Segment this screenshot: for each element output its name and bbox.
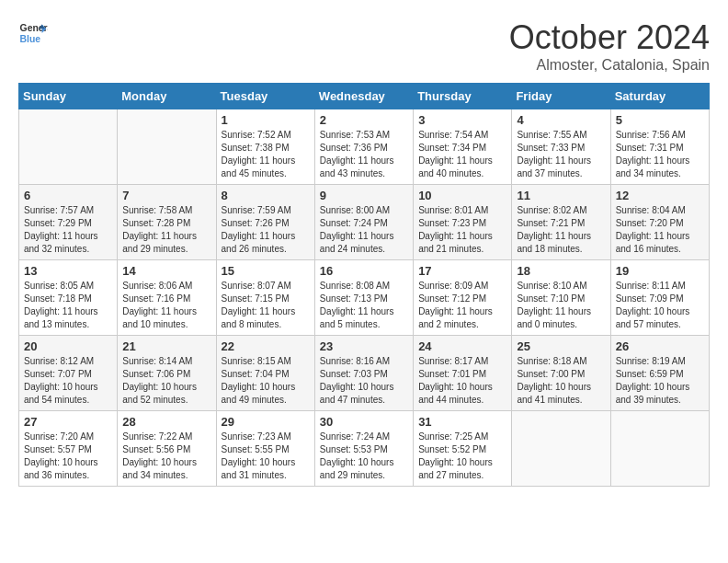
- calendar-cell: 20Sunrise: 8:12 AMSunset: 7:07 PMDayligh…: [19, 336, 118, 411]
- calendar-cell: 29Sunrise: 7:23 AMSunset: 5:55 PMDayligh…: [216, 411, 314, 487]
- day-number: 8: [222, 189, 310, 202]
- day-info: Sunrise: 7:59 AMSunset: 7:26 PMDaylight:…: [222, 204, 310, 256]
- day-number: 5: [616, 113, 704, 127]
- calendar-cell: 9Sunrise: 8:00 AMSunset: 7:24 PMDaylight…: [314, 185, 413, 260]
- day-info: Sunrise: 7:20 AMSunset: 5:57 PMDaylight:…: [24, 431, 112, 482]
- day-info: Sunrise: 8:08 AMSunset: 7:13 PMDaylight:…: [320, 280, 408, 331]
- day-number: 9: [320, 189, 408, 202]
- day-number: 12: [616, 189, 704, 202]
- weekday-monday: Monday: [118, 84, 216, 109]
- weekday-header-row: SundayMondayTuesdayWednesdayThursdayFrid…: [19, 84, 710, 109]
- svg-text:Blue: Blue: [20, 34, 41, 44]
- calendar-cell: 18Sunrise: 8:10 AMSunset: 7:10 PMDayligh…: [512, 260, 610, 336]
- weekday-thursday: Thursday: [414, 84, 512, 109]
- day-number: 27: [24, 415, 112, 429]
- day-info: Sunrise: 8:00 AMSunset: 7:24 PMDaylight:…: [320, 204, 408, 256]
- weekday-sunday: Sunday: [19, 84, 118, 109]
- day-info: Sunrise: 7:53 AMSunset: 7:36 PMDaylight:…: [320, 129, 408, 180]
- day-number: 23: [320, 339, 408, 353]
- day-info: Sunrise: 8:10 AMSunset: 7:10 PMDaylight:…: [517, 280, 605, 331]
- weekday-saturday: Saturday: [610, 84, 709, 109]
- calendar-cell: 5Sunrise: 7:56 AMSunset: 7:31 PMDaylight…: [610, 109, 709, 185]
- calendar-week-5: 27Sunrise: 7:20 AMSunset: 5:57 PMDayligh…: [19, 411, 710, 487]
- calendar-cell: [610, 411, 709, 487]
- calendar-week-4: 20Sunrise: 8:12 AMSunset: 7:07 PMDayligh…: [19, 336, 710, 411]
- day-number: 19: [616, 264, 704, 278]
- calendar-cell: [118, 109, 216, 185]
- logo-icon: General Blue: [18, 18, 48, 48]
- calendar-cell: [19, 109, 118, 185]
- day-info: Sunrise: 8:09 AMSunset: 7:12 PMDaylight:…: [418, 280, 506, 331]
- calendar-cell: 23Sunrise: 8:16 AMSunset: 7:03 PMDayligh…: [314, 336, 413, 411]
- calendar-week-3: 13Sunrise: 8:05 AMSunset: 7:18 PMDayligh…: [19, 260, 710, 336]
- day-number: 14: [122, 264, 210, 278]
- calendar-cell: 15Sunrise: 8:07 AMSunset: 7:15 PMDayligh…: [216, 260, 314, 336]
- day-info: Sunrise: 8:04 AMSunset: 7:20 PMDaylight:…: [616, 204, 704, 256]
- weekday-friday: Friday: [512, 84, 610, 109]
- calendar-cell: 21Sunrise: 8:14 AMSunset: 7:06 PMDayligh…: [118, 336, 216, 411]
- page-header: General Blue October 2024 Almoster, Cata…: [18, 18, 710, 74]
- day-info: Sunrise: 8:06 AMSunset: 7:16 PMDaylight:…: [122, 280, 210, 331]
- day-info: Sunrise: 7:25 AMSunset: 5:52 PMDaylight:…: [418, 431, 506, 482]
- day-info: Sunrise: 7:56 AMSunset: 7:31 PMDaylight:…: [616, 129, 704, 180]
- calendar-cell: 13Sunrise: 8:05 AMSunset: 7:18 PMDayligh…: [19, 260, 118, 336]
- day-info: Sunrise: 8:18 AMSunset: 7:00 PMDaylight:…: [517, 355, 605, 407]
- day-number: 18: [517, 264, 605, 278]
- day-number: 30: [320, 415, 408, 429]
- calendar-cell: 22Sunrise: 8:15 AMSunset: 7:04 PMDayligh…: [216, 336, 314, 411]
- day-number: 29: [222, 415, 310, 429]
- logo: General Blue: [18, 18, 48, 48]
- day-info: Sunrise: 8:16 AMSunset: 7:03 PMDaylight:…: [320, 355, 408, 407]
- calendar-cell: 7Sunrise: 7:58 AMSunset: 7:28 PMDaylight…: [118, 185, 216, 260]
- calendar-cell: 26Sunrise: 8:19 AMSunset: 6:59 PMDayligh…: [610, 336, 709, 411]
- calendar-cell: 11Sunrise: 8:02 AMSunset: 7:21 PMDayligh…: [512, 185, 610, 260]
- calendar-cell: 30Sunrise: 7:24 AMSunset: 5:53 PMDayligh…: [314, 411, 413, 487]
- day-info: Sunrise: 8:19 AMSunset: 6:59 PMDaylight:…: [616, 355, 704, 407]
- calendar-cell: 17Sunrise: 8:09 AMSunset: 7:12 PMDayligh…: [414, 260, 512, 336]
- day-info: Sunrise: 8:05 AMSunset: 7:18 PMDaylight:…: [24, 280, 112, 331]
- day-info: Sunrise: 7:55 AMSunset: 7:33 PMDaylight:…: [517, 129, 605, 180]
- day-info: Sunrise: 8:11 AMSunset: 7:09 PMDaylight:…: [616, 280, 704, 331]
- month-title: October 2024: [509, 18, 710, 57]
- day-info: Sunrise: 8:15 AMSunset: 7:04 PMDaylight:…: [222, 355, 310, 407]
- day-info: Sunrise: 7:22 AMSunset: 5:56 PMDaylight:…: [122, 431, 210, 482]
- weekday-wednesday: Wednesday: [314, 84, 413, 109]
- calendar-cell: 19Sunrise: 8:11 AMSunset: 7:09 PMDayligh…: [610, 260, 709, 336]
- day-info: Sunrise: 7:24 AMSunset: 5:53 PMDaylight:…: [320, 431, 408, 482]
- day-info: Sunrise: 7:57 AMSunset: 7:29 PMDaylight:…: [24, 204, 112, 256]
- day-info: Sunrise: 7:54 AMSunset: 7:34 PMDaylight:…: [418, 129, 506, 180]
- day-info: Sunrise: 8:14 AMSunset: 7:06 PMDaylight:…: [122, 355, 210, 407]
- day-number: 16: [320, 264, 408, 278]
- calendar-week-1: 1Sunrise: 7:52 AMSunset: 7:38 PMDaylight…: [19, 109, 710, 185]
- day-number: 7: [122, 189, 210, 202]
- calendar-cell: 31Sunrise: 7:25 AMSunset: 5:52 PMDayligh…: [414, 411, 512, 487]
- calendar-cell: 10Sunrise: 8:01 AMSunset: 7:23 PMDayligh…: [414, 185, 512, 260]
- day-number: 3: [418, 113, 506, 127]
- day-number: 15: [222, 264, 310, 278]
- calendar-cell: 28Sunrise: 7:22 AMSunset: 5:56 PMDayligh…: [118, 411, 216, 487]
- calendar-cell: 6Sunrise: 7:57 AMSunset: 7:29 PMDaylight…: [19, 185, 118, 260]
- calendar-cell: [512, 411, 610, 487]
- calendar-cell: 2Sunrise: 7:53 AMSunset: 7:36 PMDaylight…: [314, 109, 413, 185]
- calendar-cell: 8Sunrise: 7:59 AMSunset: 7:26 PMDaylight…: [216, 185, 314, 260]
- day-number: 11: [517, 189, 605, 202]
- calendar-table: SundayMondayTuesdayWednesdayThursdayFrid…: [18, 83, 710, 487]
- day-number: 17: [418, 264, 506, 278]
- day-number: 4: [517, 113, 605, 127]
- day-info: Sunrise: 8:12 AMSunset: 7:07 PMDaylight:…: [24, 355, 112, 407]
- weekday-tuesday: Tuesday: [216, 84, 314, 109]
- location-title: Almoster, Catalonia, Spain: [509, 57, 710, 74]
- calendar-cell: 14Sunrise: 8:06 AMSunset: 7:16 PMDayligh…: [118, 260, 216, 336]
- calendar-week-2: 6Sunrise: 7:57 AMSunset: 7:29 PMDaylight…: [19, 185, 710, 260]
- day-number: 26: [616, 339, 704, 353]
- calendar-cell: 27Sunrise: 7:20 AMSunset: 5:57 PMDayligh…: [19, 411, 118, 487]
- calendar-cell: 16Sunrise: 8:08 AMSunset: 7:13 PMDayligh…: [314, 260, 413, 336]
- day-number: 6: [24, 189, 112, 202]
- day-info: Sunrise: 8:17 AMSunset: 7:01 PMDaylight:…: [418, 355, 506, 407]
- day-number: 1: [222, 113, 310, 127]
- day-number: 24: [418, 339, 506, 353]
- day-info: Sunrise: 8:07 AMSunset: 7:15 PMDaylight:…: [222, 280, 310, 331]
- calendar-cell: 25Sunrise: 8:18 AMSunset: 7:00 PMDayligh…: [512, 336, 610, 411]
- calendar-cell: 4Sunrise: 7:55 AMSunset: 7:33 PMDaylight…: [512, 109, 610, 185]
- day-info: Sunrise: 7:58 AMSunset: 7:28 PMDaylight:…: [122, 204, 210, 256]
